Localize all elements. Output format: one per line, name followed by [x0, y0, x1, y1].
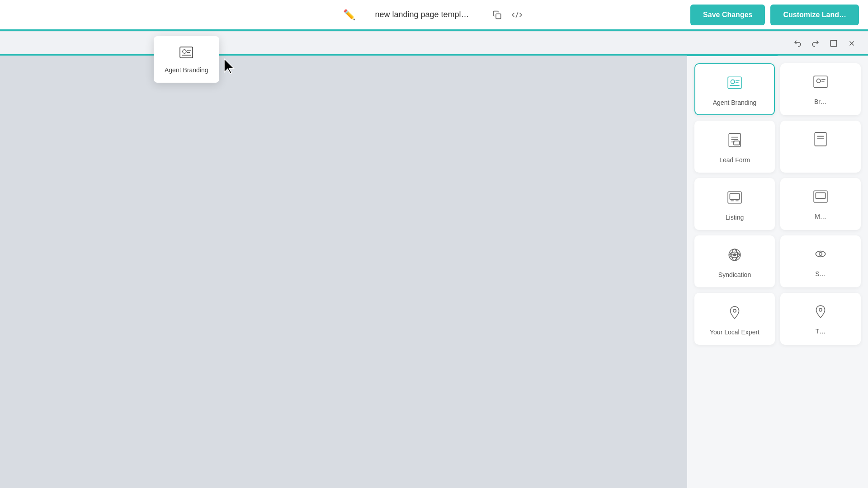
local-expert-label: Your Local Expert — [710, 328, 760, 336]
local-expert-partial-label: T… — [816, 328, 826, 335]
svg-point-36 — [733, 253, 736, 256]
secondary-toolbar — [0, 32, 868, 56]
copy-icon[interactable] — [489, 7, 505, 23]
lead-form-label: Lead Form — [719, 156, 750, 164]
syndication-icon — [727, 247, 742, 266]
widget-lead-form-partial[interactable] — [780, 121, 861, 173]
listing-partial-icon — [813, 189, 828, 207]
tooltip-agent-icon — [179, 45, 193, 63]
svg-rect-27 — [730, 194, 739, 200]
tooltip-label: Agent Branding — [165, 66, 208, 74]
widget-grid: Agent Branding Br… — [694, 63, 861, 345]
widget-local-expert-partial[interactable]: T… — [780, 293, 861, 345]
frame-button[interactable] — [826, 36, 841, 51]
brand-partial-label: Br… — [814, 98, 827, 105]
widget-local-expert[interactable]: Your Local Expert — [694, 293, 775, 345]
widget-listing[interactable]: Listing — [694, 178, 775, 230]
agent-branding-label: Agent Branding — [713, 99, 757, 106]
syndication-label: Syndication — [718, 271, 751, 278]
local-expert-icon — [727, 305, 742, 323]
customize-button[interactable]: Customize Land… — [770, 5, 859, 25]
widget-listing-partial[interactable]: M… — [780, 178, 861, 230]
undo-button[interactable] — [790, 36, 805, 51]
listing-label: Listing — [726, 214, 744, 221]
brand-partial-icon — [813, 74, 828, 93]
svg-rect-31 — [816, 193, 825, 199]
panel-content: Agent Branding Br… — [687, 56, 868, 488]
agent-branding-tooltip: Agent Branding — [154, 36, 219, 83]
page-title-input[interactable] — [359, 10, 486, 19]
agent-branding-icon — [727, 75, 742, 94]
widget-syndication[interactable]: Syndication — [694, 235, 775, 287]
close-button[interactable] — [844, 36, 859, 51]
svg-point-40 — [819, 309, 822, 311]
svg-rect-23 — [815, 132, 826, 146]
svg-rect-22 — [734, 141, 740, 145]
svg-point-37 — [816, 251, 825, 257]
svg-rect-1 — [830, 40, 837, 47]
svg-rect-0 — [496, 14, 501, 19]
local-expert-partial-icon — [813, 304, 828, 322]
redo-button[interactable] — [808, 36, 823, 51]
canvas-area — [0, 56, 687, 488]
widget-lead-form[interactable]: Lead Form — [694, 121, 775, 173]
main-toolbar: ✏️ Save Changes Customize Land… — [0, 0, 868, 31]
svg-point-39 — [733, 310, 736, 312]
lead-form-partial-icon — [813, 131, 828, 150]
listing-icon — [727, 190, 742, 208]
svg-point-15 — [817, 79, 821, 83]
edit-icon: ✏️ — [343, 9, 355, 21]
svg-point-38 — [819, 253, 822, 255]
widget-brand-partial[interactable]: Br… — [780, 63, 861, 115]
save-button[interactable]: Save Changes — [690, 5, 765, 25]
widget-syndication-partial[interactable]: S… — [780, 235, 861, 287]
svg-point-10 — [731, 80, 735, 84]
title-area: ✏️ — [343, 7, 525, 23]
right-panel: Layout Content Agent Branding — [687, 32, 868, 488]
widget-agent-branding[interactable]: Agent Branding — [694, 63, 775, 115]
listing-partial-label: M… — [815, 213, 826, 220]
syndication-partial-label: S… — [815, 270, 826, 277]
lead-form-icon — [727, 132, 742, 151]
syndication-partial-icon — [813, 246, 828, 265]
html-icon[interactable] — [509, 7, 525, 23]
svg-point-5 — [183, 50, 186, 53]
